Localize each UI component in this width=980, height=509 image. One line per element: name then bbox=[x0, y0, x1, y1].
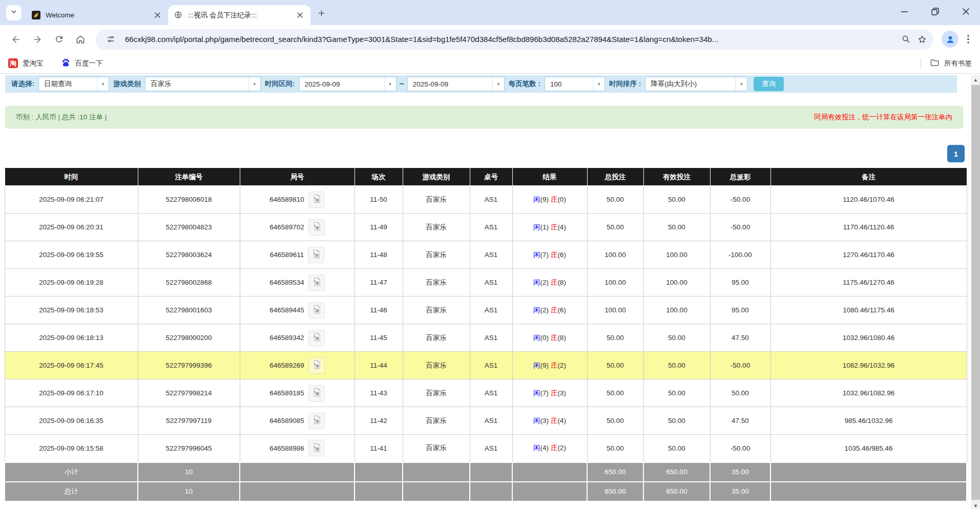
video-replay-button[interactable] bbox=[308, 413, 325, 429]
video-replay-button[interactable] bbox=[308, 219, 325, 236]
bet-number-cell: 522798002868 bbox=[138, 269, 240, 296]
scroll-down-icon[interactable]: ▼ bbox=[971, 501, 980, 509]
search-button[interactable]: 查询 bbox=[754, 77, 784, 91]
round-number: 646589611 bbox=[270, 251, 304, 259]
summary-empty bbox=[403, 462, 470, 482]
round-number-cell: 646589085 bbox=[240, 407, 355, 435]
tab-search-button[interactable] bbox=[6, 5, 22, 20]
site-settings-icon[interactable] bbox=[102, 31, 119, 48]
video-replay-icon bbox=[311, 249, 321, 260]
column-header: 总派彩 bbox=[710, 168, 770, 186]
baidu-paw-icon bbox=[61, 58, 71, 69]
bet-number-cell: 522798004823 bbox=[138, 214, 240, 241]
result-cell: 闲(7) 庄(3) bbox=[512, 379, 587, 407]
scroll-up-icon[interactable]: ▲ bbox=[971, 75, 980, 84]
payout-cell: -50.00 bbox=[710, 435, 770, 462]
per-page-select[interactable]: 100 ▼ bbox=[545, 77, 605, 91]
close-window-button[interactable] bbox=[961, 6, 971, 16]
reload-button[interactable] bbox=[50, 30, 68, 49]
column-header: 时间 bbox=[5, 168, 138, 186]
table-row: 2025-09-09 06:19:28522798002868646589534… bbox=[5, 269, 967, 296]
remark-cell: 1082.96/1032.96 bbox=[770, 352, 967, 379]
session-cell: 11-47 bbox=[355, 269, 403, 296]
url-text[interactable]: 66cxkj98.com/ipl/portal.php/game/betreco… bbox=[125, 35, 898, 44]
chevron-down-icon bbox=[10, 8, 17, 17]
browser-menu-icon[interactable] bbox=[962, 32, 975, 47]
summary-empty bbox=[470, 462, 512, 482]
round-number-cell: 646589342 bbox=[240, 324, 355, 352]
total-bet-cell: 50.00 bbox=[587, 324, 643, 352]
video-replay-button[interactable] bbox=[308, 302, 325, 319]
session-cell: 11-46 bbox=[355, 296, 403, 324]
chevron-down-icon: ▼ bbox=[492, 77, 504, 91]
date-to-input[interactable]: 2025-09-09 ▼ bbox=[407, 77, 505, 91]
time-cell: 2025-09-09 06:17:45 bbox=[5, 352, 138, 379]
profile-avatar[interactable] bbox=[942, 31, 958, 48]
game-type-cell: 百家乐 bbox=[403, 269, 470, 296]
column-header: 备注 bbox=[770, 168, 967, 186]
video-replay-button[interactable] bbox=[308, 330, 325, 346]
result-cell: 闲(2) 庄(8) bbox=[512, 269, 587, 296]
table-row: 2025-09-09 06:20:31522798004823646589702… bbox=[5, 214, 967, 241]
payout-cell: -100.00 bbox=[710, 241, 770, 269]
tab-close-icon[interactable] bbox=[153, 11, 162, 20]
restore-button[interactable] bbox=[930, 6, 940, 16]
tab-bet-record[interactable]: :::视讯 会员下注纪录::: bbox=[168, 5, 310, 25]
tab-welcome[interactable]: Welcome bbox=[26, 5, 168, 25]
time-cell: 2025-09-09 06:15:58 bbox=[5, 435, 138, 462]
payout-cell: 50.00 bbox=[710, 379, 770, 407]
round-number: 646589702 bbox=[269, 223, 304, 231]
column-header: 局号 bbox=[240, 168, 355, 186]
video-replay-button[interactable] bbox=[308, 274, 325, 291]
per-page-label: 每页笔数 : bbox=[509, 79, 540, 89]
new-tab-button[interactable] bbox=[314, 5, 329, 20]
table-number-cell: AS1 bbox=[470, 379, 512, 407]
player-result: 闲 bbox=[533, 417, 540, 425]
search-icon[interactable] bbox=[898, 31, 914, 48]
subtotal-row: 小计10650.00650.0035.00 bbox=[5, 462, 967, 482]
bookmark-baidu[interactable]: 百度一下 bbox=[61, 58, 103, 69]
bet-record-table: 时间注单编号局号场次游戏类别桌号结果总投注有效投注总派彩备注 2025-09-0… bbox=[4, 168, 967, 502]
round-number: 646589534 bbox=[269, 279, 304, 286]
page-1-button[interactable]: 1 bbox=[947, 145, 965, 162]
total-bet-cell: 100.00 bbox=[587, 269, 643, 296]
table-row: 2025-09-09 06:17:10522797998214646589185… bbox=[5, 379, 967, 407]
video-replay-icon bbox=[312, 277, 321, 288]
window-controls bbox=[899, 6, 971, 16]
column-header: 有效投注 bbox=[643, 168, 710, 186]
valid-bet-cell: 50.00 bbox=[643, 186, 710, 214]
forward-button[interactable] bbox=[28, 30, 47, 49]
summary-empty bbox=[512, 482, 587, 501]
chevron-down-icon: ▼ bbox=[248, 77, 260, 91]
valid-bet-cell: 100.00 bbox=[643, 296, 710, 324]
bookmark-aitaobao[interactable]: 淘 爱淘宝 bbox=[8, 58, 44, 68]
table-number-cell: AS1 bbox=[470, 214, 512, 241]
bookmark-star-icon[interactable] bbox=[914, 31, 930, 48]
video-replay-button[interactable] bbox=[308, 440, 325, 456]
player-result: 闲 bbox=[533, 389, 540, 397]
minimize-button[interactable] bbox=[899, 6, 909, 16]
total-bet-cell: 100.00 bbox=[587, 296, 643, 324]
video-replay-button[interactable] bbox=[308, 385, 325, 401]
video-replay-button[interactable] bbox=[308, 192, 325, 208]
video-replay-button[interactable] bbox=[308, 357, 325, 374]
tab-title: :::视讯 会员下注纪录::: bbox=[188, 11, 295, 20]
back-button[interactable] bbox=[7, 30, 25, 49]
column-header: 结果 bbox=[512, 168, 587, 186]
table-number-cell: AS1 bbox=[470, 241, 512, 269]
home-button[interactable] bbox=[71, 30, 90, 49]
scrollbar-thumb[interactable] bbox=[971, 85, 980, 500]
round-number: 646589269 bbox=[269, 362, 304, 369]
total-bet-cell: 50.00 bbox=[587, 407, 643, 435]
remark-cell: 1032.96/1080.46 bbox=[770, 324, 967, 352]
address-bar[interactable]: 66cxkj98.com/ipl/portal.php/game/betreco… bbox=[95, 29, 933, 50]
vertical-scrollbar[interactable]: ▲ ▼ bbox=[971, 75, 980, 509]
query-type-select[interactable]: 日期查询 ▼ bbox=[38, 77, 109, 91]
video-replay-button[interactable] bbox=[308, 247, 324, 263]
tab-close-icon[interactable] bbox=[295, 11, 304, 20]
date-from-input[interactable]: 2025-09-09 ▼ bbox=[299, 77, 397, 91]
all-bookmarks[interactable]: 所有书签 bbox=[921, 58, 972, 69]
game-type-select[interactable]: 百家乐 ▼ bbox=[145, 77, 261, 91]
result-cell: 闲(0) 庄(8) bbox=[512, 324, 587, 352]
sort-select[interactable]: 降幂(由大到小) ▼ bbox=[645, 77, 747, 91]
